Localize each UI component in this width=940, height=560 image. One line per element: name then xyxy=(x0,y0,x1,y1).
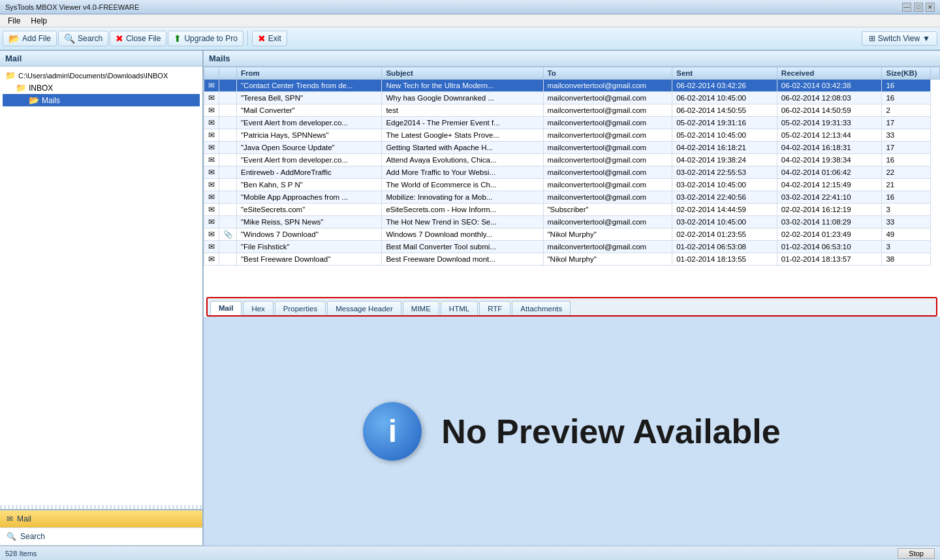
row-from: "Mobile App Approaches from ... xyxy=(237,191,382,204)
row-from: "Best Freeware Download" xyxy=(237,253,382,266)
row-sent: 01-02-2014 06:53:08 xyxy=(672,241,777,253)
mails-section-header: Mails xyxy=(204,51,940,67)
row-icon: ✉ xyxy=(204,80,219,92)
table-row[interactable]: ✉ "Java Open Source Update" Getting Star… xyxy=(204,142,940,154)
table-row[interactable]: ✉ "Mobile App Approaches from ... Mobili… xyxy=(204,191,940,204)
col-sent-header[interactable]: Sent xyxy=(672,67,777,80)
row-to: mailconvertertool@gmail.com xyxy=(543,179,672,191)
tab-message-header[interactable]: Message Header xyxy=(327,301,401,315)
content-area: Mails From Subject To Sent Received Size… xyxy=(204,51,940,546)
row-icon: ✉ xyxy=(204,204,219,216)
menu-file[interactable]: File xyxy=(3,15,25,27)
col-from-header[interactable]: From xyxy=(237,67,382,80)
switch-view-icon: ⊞ xyxy=(869,34,875,43)
row-size: 38 xyxy=(882,253,931,266)
row-from: "Contact Center Trends from de... xyxy=(237,80,382,92)
tab-hex[interactable]: Hex xyxy=(243,301,273,315)
row-received: 01-02-2014 18:13:57 xyxy=(777,253,882,266)
row-attach xyxy=(219,166,237,179)
table-row[interactable]: ✉ 📎 "Windows 7 Download" Windows 7 Downl… xyxy=(204,228,940,241)
row-received: 06-02-2014 12:08:03 xyxy=(777,92,882,104)
row-icon: ✉ xyxy=(204,142,219,154)
add-file-button[interactable]: 📂 Add File xyxy=(3,31,57,46)
row-to: mailconvertertool@gmail.com xyxy=(543,154,672,166)
sidebar-bottom: ✉ Mail 🔍 Search xyxy=(0,509,202,546)
tab-html[interactable]: HTML xyxy=(441,301,478,315)
col-subject-header[interactable]: Subject xyxy=(382,67,543,80)
table-row[interactable]: ✉ "eSiteSecrets.com" eSiteSecrets.com - … xyxy=(204,204,940,216)
tab-rtf[interactable]: RTF xyxy=(479,301,510,315)
row-size: 17 xyxy=(882,117,931,129)
table-row[interactable]: ✉ "Mike Reiss, SPN News" The Hot New Tre… xyxy=(204,216,940,228)
row-received: 01-02-2014 06:53:10 xyxy=(777,241,882,253)
tab-mail[interactable]: Mail xyxy=(210,301,242,315)
row-received: 05-02-2014 12:13:44 xyxy=(777,129,882,142)
tree-item-mails[interactable]: 📂 Mails xyxy=(3,94,200,106)
search-button[interactable]: 🔍 Search xyxy=(58,31,108,46)
switch-view-chevron-icon: ▼ xyxy=(922,34,930,43)
row-sent: 03-02-2014 22:40:56 xyxy=(672,191,777,204)
sidebar-mail-button[interactable]: ✉ Mail xyxy=(0,510,202,528)
table-row[interactable]: ✉ "Teresa Bell, SPN" Why has Google Down… xyxy=(204,92,940,104)
table-row[interactable]: ✉ "Event Alert from developer.co... Edge… xyxy=(204,117,940,129)
tree-item-path[interactable]: 📁 C:\Users\admin\Documents\Downloads\INB… xyxy=(3,69,200,82)
tab-attachments[interactable]: Attachments xyxy=(512,301,571,315)
row-subject: Mobilize: Innovating for a Mob... xyxy=(382,191,543,204)
row-attach xyxy=(219,154,237,166)
row-attach xyxy=(219,204,237,216)
add-file-icon: 📂 xyxy=(8,33,20,44)
main-layout: Mail 📁 C:\Users\admin\Documents\Download… xyxy=(0,51,940,546)
table-row[interactable]: ✉ "Contact Center Trends from de... New … xyxy=(204,80,940,92)
tree-item-inbox[interactable]: 📁 INBOX xyxy=(3,82,200,94)
table-row[interactable]: ✉ Entireweb - AddMoreTraffic Add More Tr… xyxy=(204,166,940,179)
row-sent: 03-02-2014 22:55:53 xyxy=(672,166,777,179)
menu-help[interactable]: Help xyxy=(25,15,52,27)
row-sent: 05-02-2014 10:45:00 xyxy=(672,129,777,142)
row-from: "Mike Reiss, SPN News" xyxy=(237,216,382,228)
row-size: 16 xyxy=(882,92,931,104)
row-sent: 02-02-2014 01:23:55 xyxy=(672,228,777,241)
row-size: 3 xyxy=(882,241,931,253)
sidebar-search-button[interactable]: 🔍 Search xyxy=(0,528,202,546)
col-to-header[interactable]: To xyxy=(543,67,672,80)
mail-table-container[interactable]: From Subject To Sent Received Size(KB) ✉… xyxy=(204,67,940,296)
col-size-header[interactable]: Size(KB) xyxy=(882,67,931,80)
close-file-icon: ✖ xyxy=(116,33,123,44)
table-row[interactable]: ✉ "Patricia Hays, SPNNews" The Latest Go… xyxy=(204,129,940,142)
window-controls[interactable]: — □ ✕ xyxy=(902,3,935,12)
resize-handle[interactable] xyxy=(0,505,202,509)
col-received-header[interactable]: Received xyxy=(777,67,882,80)
tab-mime[interactable]: MIME xyxy=(403,301,439,315)
close-file-button[interactable]: ✖ Close File xyxy=(110,31,166,46)
upgrade-button[interactable]: ⬆ Upgrade to Pro xyxy=(168,31,243,46)
row-size: 17 xyxy=(882,142,931,154)
table-row[interactable]: ✉ "Best Freeware Download" Best Freeware… xyxy=(204,253,940,266)
upgrade-icon: ⬆ xyxy=(174,33,181,44)
row-attach xyxy=(219,80,237,92)
exit-button[interactable]: ✖ Exit xyxy=(252,31,287,46)
table-row[interactable]: ✉ "Event Alert from developer.co... Atte… xyxy=(204,154,940,166)
row-received: 04-02-2014 01:06:42 xyxy=(777,166,882,179)
row-size: 21 xyxy=(882,179,931,191)
row-sent: 01-02-2014 18:13:55 xyxy=(672,253,777,266)
stop-button[interactable]: Stop xyxy=(898,548,935,559)
row-to: mailconvertertool@gmail.com xyxy=(543,142,672,154)
row-from: Entireweb - AddMoreTraffic xyxy=(237,166,382,179)
row-icon: ✉ xyxy=(204,253,219,266)
maximize-button[interactable]: □ xyxy=(914,3,923,12)
row-attach xyxy=(219,142,237,154)
switch-view-button[interactable]: ⊞ Switch View ▼ xyxy=(862,31,937,46)
no-preview-text: No Preview Available xyxy=(441,412,780,451)
minimize-button[interactable]: — xyxy=(902,3,911,12)
row-size: 3 xyxy=(882,204,931,216)
close-button[interactable]: ✕ xyxy=(926,3,935,12)
table-row[interactable]: ✉ "Mail Converter" test mailconvertertoo… xyxy=(204,104,940,117)
row-subject: The World of Ecommerce is Ch... xyxy=(382,179,543,191)
tab-properties[interactable]: Properties xyxy=(275,301,326,315)
row-sent: 04-02-2014 16:18:21 xyxy=(672,142,777,154)
col-scroll-spacer xyxy=(931,67,940,80)
table-row[interactable]: ✉ "File Fishstick" Best Mail Converter T… xyxy=(204,241,940,253)
table-row[interactable]: ✉ "Ben Kahn, S P N" The World of Ecommer… xyxy=(204,179,940,191)
row-subject: Best Freeware Download mont... xyxy=(382,253,543,266)
row-received: 06-02-2014 03:42:38 xyxy=(777,80,882,92)
